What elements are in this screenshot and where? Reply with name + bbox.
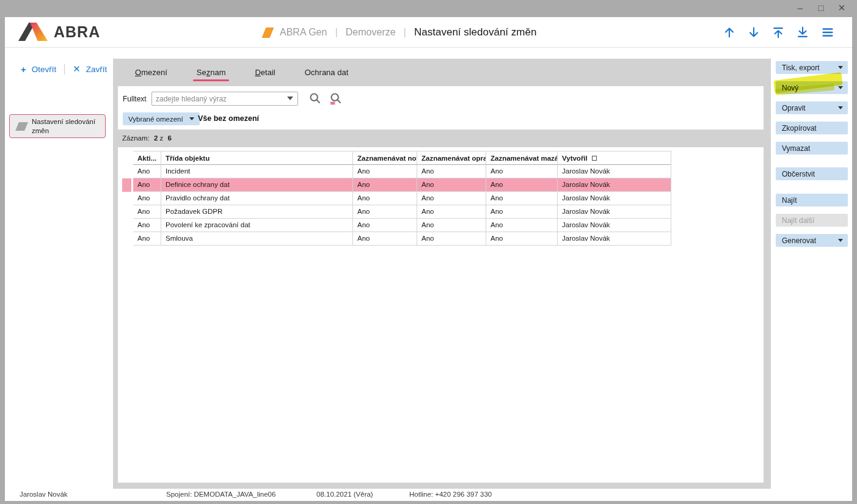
fulltext-dropdown-icon[interactable] bbox=[287, 97, 293, 100]
move-up-icon[interactable] bbox=[723, 26, 736, 39]
app-window: ABRA ABRA Gen | Demoverze | Nastavení sl… bbox=[5, 17, 852, 501]
records-table: Akti... Třída objektu Zaznamenávat nové … bbox=[122, 151, 671, 246]
chevron-down-icon bbox=[838, 66, 843, 69]
tab-detail[interactable]: Detail bbox=[244, 59, 286, 86]
chevron-down-icon bbox=[838, 86, 843, 89]
row-indicator bbox=[122, 219, 131, 232]
record-count-bar: Záznam: 2 z 6 bbox=[113, 130, 771, 147]
opravit-button[interactable]: Opravit bbox=[776, 101, 848, 114]
status-connection: Spojení: DEMODATA_JAVA_line06 bbox=[166, 491, 275, 498]
tab-bar: Omezení Seznam Detail Ochrana dat bbox=[113, 59, 771, 86]
app-name: ABRA Gen bbox=[280, 27, 327, 38]
restriction-select[interactable]: Vybrané omezení bbox=[123, 112, 200, 125]
header-nav-icons bbox=[723, 17, 835, 48]
right-sidebar: Tisk, export Nový Opravit Zkopírovat Vym… bbox=[771, 48, 852, 489]
record-label: Záznam: bbox=[122, 134, 150, 142]
status-user: Jaroslav Novák bbox=[20, 491, 68, 498]
row-indicator bbox=[122, 205, 131, 219]
status-bar: Jaroslav Novák Spojení: DEMODATA_JAVA_li… bbox=[5, 489, 852, 501]
tab-omezeni[interactable]: Omezení bbox=[124, 59, 178, 86]
chevron-down-icon bbox=[838, 239, 843, 242]
table-row[interactable]: Ano Smlouva Ano Ano Ano Jaroslav Novák bbox=[122, 232, 671, 246]
table-row[interactable]: Ano Povolení ke zpracování dat Ano Ano A… bbox=[122, 219, 671, 232]
tab-seznam[interactable]: Seznam bbox=[186, 59, 237, 86]
fulltext-label: Fulltext bbox=[123, 95, 147, 103]
close-icon[interactable]: ✕ bbox=[836, 1, 847, 15]
tisk-export-button[interactable]: Tisk, export bbox=[776, 61, 848, 74]
table-row[interactable]: Ano Pravidlo ochrany dat Ano Ano Ano Jar… bbox=[122, 192, 671, 205]
abra-gen-icon bbox=[262, 27, 274, 38]
table-row[interactable]: Ano Definice ochrany dat Ano Ano Ano Jar… bbox=[122, 178, 671, 192]
sidebar-item-nastaveni-sledovani-zmen[interactable]: Nastavení sledování změn bbox=[9, 114, 106, 138]
table-row[interactable]: Ano Požadavek GDPR Ano Ano Ano Jaroslav … bbox=[122, 205, 671, 219]
column-header-zaznamenavat-nove[interactable]: Zaznamenávat nové bbox=[353, 151, 417, 165]
filter-panel: Fulltext Vybrané omezení Vše bez omezení bbox=[118, 86, 764, 130]
record-current: 2 bbox=[154, 134, 158, 142]
os-window-controls: – □ ✕ bbox=[795, 1, 847, 15]
minimize-icon[interactable]: – bbox=[795, 1, 806, 15]
table-header-row: Akti... Třída objektu Zaznamenávat nové … bbox=[122, 151, 671, 165]
fulltext-input[interactable] bbox=[151, 92, 298, 106]
row-indicator bbox=[122, 178, 131, 192]
close-button[interactable]: Zavřít bbox=[86, 65, 108, 74]
menu-icon[interactable] bbox=[820, 26, 835, 39]
abra-logo: ABRA bbox=[18, 23, 100, 41]
app-body: + Otevřít ✕ Zavřít Nastavení sledování z… bbox=[5, 48, 852, 489]
table-row[interactable]: Ano Incident Ano Ano Ano Jaroslav Novák bbox=[122, 165, 671, 178]
page-title: Nastavení sledování změn bbox=[414, 26, 536, 38]
maximize-icon[interactable]: □ bbox=[815, 1, 826, 15]
agenda-icon bbox=[15, 122, 28, 131]
environment-label: Demoverze bbox=[346, 27, 396, 38]
column-header-zaznamenavat-mazani[interactable]: Zaznamenávat mazání bbox=[486, 151, 558, 165]
sidebar-item-label: Nastavení sledování změn bbox=[32, 117, 104, 136]
generovat-button[interactable]: Generovat bbox=[776, 234, 848, 247]
chevron-down-icon bbox=[189, 117, 194, 120]
vymazat-button[interactable]: Vymazat bbox=[776, 142, 848, 155]
open-button[interactable]: Otevřít bbox=[32, 65, 57, 74]
zkopirovat-button[interactable]: Zkopírovat bbox=[776, 122, 848, 134]
left-sidebar: + Otevřít ✕ Zavřít Nastavení sledování z… bbox=[5, 48, 113, 489]
toolbar-divider bbox=[64, 64, 65, 75]
najit-button[interactable]: Najít bbox=[776, 194, 848, 206]
close-x-icon[interactable]: ✕ bbox=[73, 64, 81, 75]
status-date: 08.10.2021 (Věra) bbox=[316, 491, 373, 498]
column-header-zaznamenavat-opravy[interactable]: Zaznamenávat opravy bbox=[417, 151, 486, 165]
abra-logo-text: ABRA bbox=[54, 23, 100, 41]
chevron-down-icon bbox=[838, 106, 843, 109]
table-panel: Akti... Třída objektu Zaznamenávat nové … bbox=[118, 147, 764, 483]
open-plus-icon[interactable]: + bbox=[21, 64, 26, 75]
search-icon[interactable] bbox=[308, 92, 321, 104]
tab-ochrana-dat[interactable]: Ochrana dat bbox=[294, 59, 360, 86]
column-header-vytvoril[interactable]: Vytvořil bbox=[558, 151, 671, 165]
row-indicator bbox=[122, 192, 131, 205]
app-header: ABRA ABRA Gen | Demoverze | Nastavení sl… bbox=[5, 17, 852, 48]
search-in-results-icon[interactable] bbox=[329, 92, 342, 104]
move-down-icon[interactable] bbox=[747, 26, 760, 39]
record-total: 6 bbox=[168, 134, 172, 142]
najit-dalsi-button: Najít další bbox=[776, 214, 848, 227]
row-indicator bbox=[122, 165, 131, 178]
central-panel: Omezení Seznam Detail Ochrana dat Fullte… bbox=[113, 59, 771, 489]
column-header-aktivni[interactable]: Akti... bbox=[133, 151, 161, 165]
column-header-trida-objektu[interactable]: Třída objektu bbox=[161, 151, 353, 165]
restriction-value: Vše bez omezení bbox=[198, 114, 259, 123]
move-last-icon[interactable] bbox=[796, 26, 809, 39]
abra-logo-icon bbox=[18, 23, 48, 41]
obcerstvit-button[interactable]: Občerstvit bbox=[776, 167, 848, 180]
window-frame: – □ ✕ ABRA ABRA Gen | Demoverze | Nastav… bbox=[0, 0, 857, 504]
move-first-icon[interactable] bbox=[771, 26, 785, 39]
breadcrumb: ABRA Gen | Demoverze | Nastavení sledová… bbox=[264, 17, 536, 48]
checkbox-icon[interactable] bbox=[592, 156, 597, 161]
novy-button[interactable]: Nový bbox=[776, 81, 848, 94]
status-hotline: Hotline: +420 296 397 330 bbox=[409, 491, 492, 498]
row-indicator bbox=[122, 232, 131, 246]
